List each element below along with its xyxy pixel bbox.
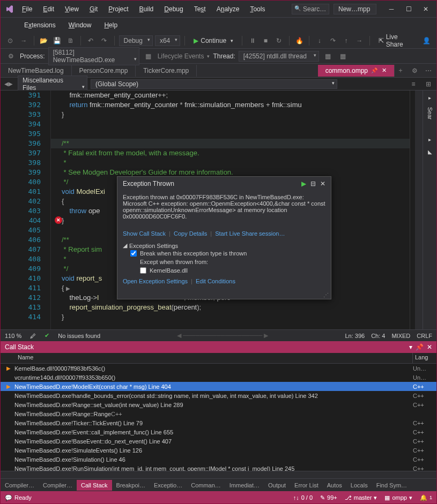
callstack-row[interactable]: NewTimeBasedD.exe!Simulation() Line 46C+… — [1, 455, 436, 464]
kernelbase-checkbox[interactable]: KernelBase.dll — [123, 266, 325, 275]
resize-handle-icon[interactable]: ⋰ — [117, 292, 331, 299]
save-icon[interactable]: 💾 — [51, 35, 63, 47]
pin-icon[interactable]: 📌 — [416, 343, 424, 351]
ptab-immediate[interactable]: Immediat… — [225, 480, 264, 491]
search-vertical-tab[interactable]: Sear — [427, 107, 433, 119]
edit-conditions-link[interactable]: Edit Conditions — [196, 278, 235, 284]
play-icon[interactable]: ▶ — [301, 180, 306, 187]
pause-icon[interactable]: ⏸ — [247, 35, 258, 47]
copy-details-link[interactable]: Copy Details — [174, 230, 207, 237]
menu-tools[interactable]: Tools — [245, 3, 270, 15]
break-when-checkbox[interactable]: Break when this exception type is thrown — [123, 249, 325, 258]
callstack-row[interactable]: vcruntime140d.dll!00007ff93353b650()Un… — [1, 373, 436, 382]
step-over-icon[interactable]: ↷ — [327, 35, 338, 47]
tab-common-active[interactable]: common.ompp📌✕ — [318, 65, 395, 77]
menu-edit[interactable]: Edit — [38, 3, 60, 15]
restart-icon[interactable]: ↻ — [273, 35, 285, 47]
callstack-row[interactable]: NewTimeBasedD.exe!Event::call_implement_… — [1, 427, 436, 437]
side-icon[interactable]: ◣ — [428, 149, 432, 155]
show-call-stack-link[interactable]: Show Call Stack — [123, 230, 166, 237]
tab-close-icon[interactable]: ✕ — [382, 67, 387, 74]
minimize-button[interactable]: ─ — [385, 3, 398, 16]
menu-analyze[interactable]: Analyze — [211, 3, 245, 15]
lifecycle-icon[interactable]: ▦ — [143, 50, 154, 62]
pencil-icon[interactable]: ✎ 99+ — [320, 494, 337, 501]
open-exception-settings-link[interactable]: Open Exception Settings — [123, 278, 188, 284]
gear-icon[interactable]: ⚙ — [409, 65, 420, 77]
stack2-icon[interactable]: ▦ — [337, 50, 349, 62]
nav-left-icon[interactable]: ◀▶ — [3, 78, 14, 90]
col-lang[interactable]: Lang — [413, 353, 436, 363]
ompp-indicator[interactable]: ▦ ompp ▾ — [384, 494, 412, 501]
menu-git[interactable]: Git — [84, 3, 103, 15]
platform-dropdown[interactable]: x64 — [155, 35, 180, 46]
open-icon[interactable]: 📂 — [39, 35, 50, 47]
callstack-header[interactable]: Call Stack ▾ 📌 ✕ — [1, 341, 436, 353]
mode-indicator[interactable]: MIXED — [391, 333, 410, 339]
ptab-compiler1[interactable]: Compiler… — [1, 480, 39, 491]
process-dropdown[interactable]: [58112] NewTimeBasedD.exe — [48, 47, 139, 65]
tab-person[interactable]: PersonCore.mpp — [72, 65, 136, 77]
dropdown-icon[interactable]: ▾ — [409, 343, 412, 351]
ptab-locals[interactable]: Locals — [346, 480, 372, 491]
forward-icon[interactable]: → — [18, 35, 29, 47]
stack-icon[interactable]: ▦ — [322, 50, 334, 62]
search-input[interactable]: Searc… — [292, 4, 329, 14]
eol-indicator[interactable]: CRLF — [417, 333, 432, 339]
thread-dropdown[interactable]: [42552] ntdll.dll thread — [239, 51, 319, 62]
vertical-scrollbar[interactable] — [415, 91, 423, 329]
ptab-errorlist[interactable]: Error List — [290, 480, 323, 491]
ptab-exception[interactable]: Exceptio… — [150, 480, 187, 491]
undo-icon[interactable]: ↶ — [85, 35, 97, 47]
scope-dropdown[interactable]: Miscellaneous Files — [18, 76, 87, 93]
notifications-icon[interactable]: 🔔1 — [420, 494, 432, 501]
chevron-icon[interactable]: ▸ — [428, 95, 431, 101]
callstack-row[interactable]: NewTimeBasedD.exe!Range::RangeC++ — [1, 409, 436, 418]
step-out-icon[interactable]: ↑ — [340, 35, 352, 47]
back-icon[interactable]: ⊙ — [5, 35, 16, 47]
close-button[interactable]: ✕ — [419, 3, 432, 16]
menu-extensions[interactable]: Extensions — [19, 19, 61, 31]
menu-project[interactable]: Project — [103, 3, 134, 15]
ptab-callstack[interactable]: Call Stack — [77, 480, 112, 491]
config-dropdown[interactable]: Debug — [119, 35, 153, 46]
split2-icon[interactable]: ⊞ — [423, 78, 434, 90]
menu-window[interactable]: Window — [63, 19, 97, 31]
continue-button[interactable]: ▶Continue▾ — [189, 36, 238, 46]
redo-icon[interactable]: ↷ — [99, 35, 110, 47]
issues-label[interactable]: No issues found — [58, 333, 100, 339]
ptab-autos[interactable]: Autos — [323, 480, 346, 491]
callstack-row[interactable]: NewTimeBasedD.exe!RunSimulation(int mem_… — [1, 464, 436, 471]
focus-icon[interactable]: ⊟ — [310, 180, 316, 187]
ptab-findsym[interactable]: Find Sym… — [372, 480, 411, 491]
tab-ticker[interactable]: TickerCore.mpp — [136, 65, 197, 77]
start-liveshare-link[interactable]: Start Live Share session… — [215, 230, 285, 237]
horizontal-scrollbar[interactable] — [1, 471, 436, 478]
exception-settings-header[interactable]: ◢Exception Settings — [123, 242, 325, 249]
git-changes[interactable]: ↑↓ 0 / 0 — [293, 494, 313, 501]
pin-icon[interactable]: 📌 — [371, 67, 377, 73]
menu-file[interactable]: FFileile — [17, 3, 38, 15]
show-next-icon[interactable]: → — [354, 35, 365, 47]
ptab-output[interactable]: Output — [264, 480, 290, 491]
callstack-row[interactable]: ▶KernelBase.dll!00007ff983bf536c()Un… — [1, 364, 436, 373]
menu-help[interactable]: Help — [99, 19, 123, 31]
add-icon[interactable]: ＋ — [395, 65, 406, 77]
maximize-button[interactable]: ☐ — [402, 3, 415, 16]
global-scope-dropdown[interactable]: (Global Scope) — [91, 79, 337, 89]
col-name[interactable]: Name — [16, 353, 413, 363]
ptab-command[interactable]: Comman… — [187, 480, 225, 491]
callstack-body[interactable]: ▶KernelBase.dll!00007ff983bf536c()Un…vcr… — [1, 364, 436, 471]
step-into-icon[interactable]: ↓ — [314, 35, 325, 47]
callstack-row[interactable]: NewTimeBasedD.exe!BaseEvent::do_next_eve… — [1, 437, 436, 446]
close-icon[interactable]: ✕ — [427, 343, 432, 351]
live-share-button[interactable]: ⇱Live Share — [374, 32, 419, 49]
minimap[interactable] — [410, 91, 415, 329]
close-icon[interactable]: ✕ — [320, 180, 325, 187]
zoom-level[interactable]: 110 % — [5, 333, 21, 339]
callstack-row[interactable]: NewTimeBasedD.exe!Ticker::TickEvent() Li… — [1, 418, 436, 427]
flame-icon[interactable]: 🔥 — [295, 37, 303, 44]
chevron-icon[interactable]: ▸ — [428, 137, 431, 142]
menu-view[interactable]: View — [60, 3, 84, 15]
account-icon[interactable]: 👤 — [421, 35, 432, 47]
